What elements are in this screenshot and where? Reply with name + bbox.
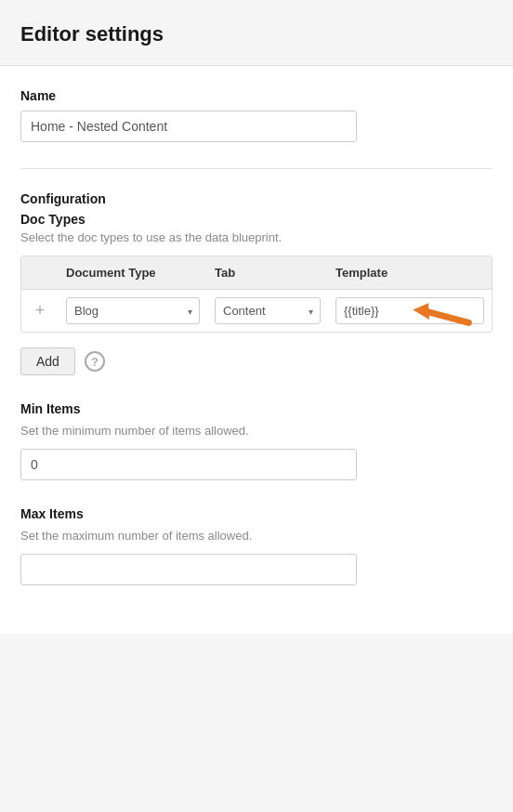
doc-types-description: Select the doc types to use as the data …: [20, 230, 493, 244]
page-title: Editor settings: [20, 22, 493, 46]
name-input[interactable]: [20, 111, 357, 142]
tab-select[interactable]: Content Properties Generic: [215, 297, 321, 324]
min-items-label: Min Items: [20, 401, 493, 416]
main-content: Name Configuration Doc Types Select the …: [0, 66, 513, 634]
doc-types-title: Doc Types: [20, 212, 493, 227]
divider-1: [20, 168, 493, 169]
col-tab: Tab: [207, 266, 328, 280]
document-type-cell: Blog Article Page ▾: [59, 297, 207, 324]
name-label: Name: [20, 88, 493, 103]
col-spacer: [21, 266, 59, 280]
col-document-type: Document Type: [59, 266, 207, 280]
max-items-input[interactable]: [20, 554, 357, 585]
configuration-section: Configuration Doc Types Select the doc t…: [20, 191, 493, 375]
min-items-description: Set the minimum number of items allowed.: [20, 424, 493, 438]
page-header: Editor settings: [0, 0, 513, 66]
name-section: Name: [20, 88, 493, 142]
tab-cell: Content Properties Generic ▾: [207, 297, 328, 324]
orange-arrow-icon: [411, 288, 476, 344]
table-header: Document Type Tab Template: [21, 256, 492, 290]
configuration-title: Configuration: [20, 191, 493, 206]
help-icon[interactable]: ?: [85, 351, 105, 372]
min-items-section: Min Items Set the minimum number of item…: [20, 401, 493, 480]
add-button[interactable]: Add: [20, 347, 75, 375]
document-type-select[interactable]: Blog Article Page: [66, 297, 200, 324]
add-row: Add ?: [20, 344, 493, 375]
row-plus-icon: +: [21, 301, 59, 321]
max-items-description: Set the maximum number of items allowed.: [20, 529, 493, 543]
svg-line-0: [425, 295, 469, 339]
col-template: Template: [328, 266, 492, 280]
min-items-input[interactable]: [20, 449, 357, 480]
max-items-label: Max Items: [20, 506, 493, 521]
max-items-section: Max Items Set the maximum number of item…: [20, 506, 493, 585]
